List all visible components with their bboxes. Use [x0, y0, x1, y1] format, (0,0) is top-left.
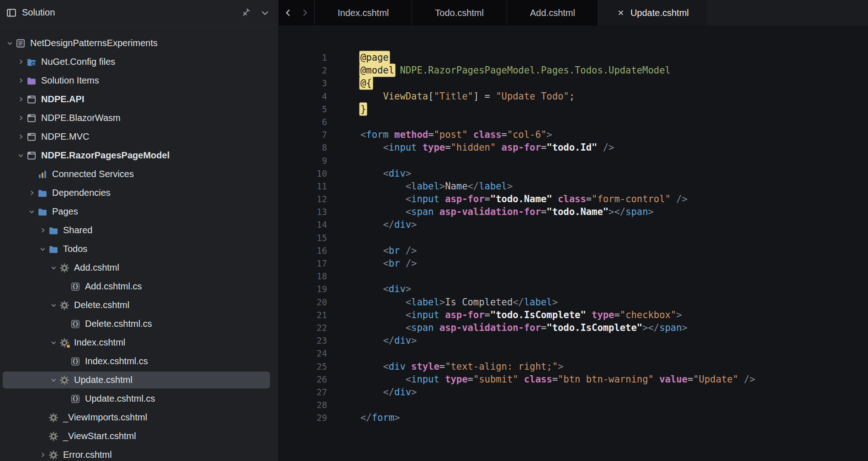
hide-tool-window-chevron-icon[interactable]	[260, 8, 270, 18]
token-p: >	[682, 322, 688, 333]
tree-item-netdesignpatternsexperiments[interactable]: NetDesignPatternsExperiments	[0, 34, 278, 52]
code-line-19[interactable]: 19 <div>	[279, 283, 868, 295]
token-d	[360, 206, 406, 217]
token-razor: @page	[360, 52, 389, 63]
token-p: <	[360, 129, 366, 140]
tab-close-icon[interactable]	[617, 9, 625, 17]
code-line-10[interactable]: 10 <div>	[279, 167, 868, 180]
tree-item-shared[interactable]: Shared	[0, 221, 278, 240]
tree-indent	[0, 99, 16, 100]
tree-item-ndpe-razorpagespagemodel[interactable]: NDPE.RazorPagesPageModel	[0, 146, 278, 165]
chevron-collapsed-icon[interactable]	[16, 57, 26, 67]
tree-item-add-cshtml[interactable]: Add.cshtml	[0, 258, 278, 277]
tree-item-index-cshtml-cs[interactable]: {}Index.cshtml.cs	[0, 352, 278, 371]
chevron-expanded-icon[interactable]	[48, 375, 58, 385]
chevron-collapsed-icon[interactable]	[16, 76, 26, 86]
tree-item-error-cshtml[interactable]: Error.cshtml	[0, 445, 278, 461]
token-razor: }	[360, 104, 366, 115]
chevron-collapsed-icon[interactable]	[16, 94, 26, 105]
code-line-3[interactable]: 3@{	[279, 77, 868, 89]
code-line-8[interactable]: 8 <input type="hidden" asp-for="todo.Id"…	[279, 141, 868, 154]
chevron-expanded-icon[interactable]	[37, 244, 48, 254]
code-line-20[interactable]: 20 <label>Is Completed</label>	[279, 296, 868, 309]
code-text: <span asp-validation-for="todo.IsComplet…	[360, 321, 688, 334]
chevron-expanded-icon[interactable]	[48, 300, 58, 310]
code-line-2[interactable]: 2@model NDPE.RazorPagesPageModel.Pages.T…	[279, 64, 868, 77]
tree-item-label: Add.cshtml	[74, 262, 119, 273]
code-line-23[interactable]: 23 </div>	[279, 334, 868, 347]
tree-item-viewimports-cshtml[interactable]: _ViewImports.cshtml	[0, 408, 278, 427]
chevron-expanded-icon[interactable]	[48, 338, 58, 348]
tree-item-ndpe-api[interactable]: NDPE.API	[0, 90, 278, 109]
solution-tree: NetDesignPatternsExperimentsNuGet.Config…	[0, 26, 278, 461]
code-line-11[interactable]: 11 <label>Name</label>	[279, 180, 868, 193]
code-line-13[interactable]: 13 <span asp-validation-for="todo.Name">…	[279, 205, 868, 218]
code-line-29[interactable]: 29</form>	[279, 411, 868, 424]
razor-icon	[59, 263, 69, 273]
code-line-6[interactable]: 6	[279, 115, 868, 128]
chevron-collapsed-icon[interactable]	[37, 225, 48, 236]
chevron-collapsed-icon[interactable]	[16, 132, 26, 142]
code-text: <div style="text-align: right;">	[360, 360, 563, 373]
nav-back-icon[interactable]	[284, 8, 293, 17]
tree-item-solution-items[interactable]: Solution Items	[0, 71, 278, 90]
chevron-expanded-icon[interactable]	[48, 263, 58, 273]
code-line-22[interactable]: 22 <span asp-validation-for="todo.IsComp…	[279, 321, 868, 334]
code-line-16[interactable]: 16 <br />	[279, 244, 868, 257]
tab-add-cshtml[interactable]: Add.cshtml	[507, 0, 598, 26]
code-line-15[interactable]: 15	[279, 231, 868, 244]
code-line-4[interactable]: 4 ViewData["Title"] = "Update Todo";	[279, 90, 868, 103]
token-tag: div	[394, 219, 411, 230]
tree-item-ndpe-mvc[interactable]: NDPE.MVC	[0, 127, 278, 146]
chevron-collapsed-icon[interactable]	[16, 113, 26, 123]
code-line-27[interactable]: 27 </div>	[279, 386, 868, 398]
code-line-18[interactable]: 18	[279, 270, 868, 283]
tree-item-label: _ViewStart.cshtml	[63, 431, 136, 441]
code-line-1[interactable]: 1@page	[279, 51, 868, 64]
tree-item-dependencies[interactable]: Dependencies	[0, 183, 278, 202]
token-tag: input	[389, 142, 417, 153]
tree-item-nuget-config-files[interactable]: NuGet.Config files	[0, 52, 278, 71]
code-line-5[interactable]: 5}	[279, 103, 868, 115]
code-line-17[interactable]: 17 <br />	[279, 257, 868, 270]
token-p: >	[406, 283, 411, 294]
tree-item-delete-cshtml-cs[interactable]: {}Delete.cshtml.cs	[0, 314, 278, 333]
tree-item-update-cshtml-cs[interactable]: {}Update.cshtml.cs	[0, 389, 278, 408]
token-d	[360, 181, 406, 192]
tree-item-todos[interactable]: Todos	[0, 240, 278, 258]
tree-item-connected-services[interactable]: Connected Services	[0, 165, 278, 183]
code-line-24[interactable]: 24	[279, 347, 868, 360]
code-line-9[interactable]: 9	[279, 154, 868, 167]
tree-item-index-cshtml[interactable]: Index.cshtml	[0, 333, 278, 352]
chevron-collapsed-icon[interactable]	[26, 188, 37, 198]
tool-window-icon	[6, 8, 16, 18]
tree-item-add-cshtml-cs[interactable]: {}Add.cshtml.cs	[0, 277, 278, 296]
code-line-28[interactable]: 28	[279, 398, 868, 411]
tree-item-pages[interactable]: Pages	[0, 202, 278, 221]
token-razor: @model	[360, 65, 394, 76]
tab-update-cshtml[interactable]: Update.cshtml	[598, 0, 707, 26]
code-line-26[interactable]: 26 <input type="submit" class="btn btn-w…	[279, 373, 868, 386]
chevron-expanded-icon[interactable]	[16, 151, 26, 161]
code-line-7[interactable]: 7<form method="post" class="col-6">	[279, 128, 868, 141]
code-line-14[interactable]: 14 </div>	[279, 218, 868, 231]
tree-item-label: Index.cshtml	[74, 337, 125, 348]
code-line-12[interactable]: 12 <input asp-for="todo.Name" class="for…	[279, 193, 868, 205]
code-editor[interactable]: 1@page2@model NDPE.RazorPagesPageModel.P…	[279, 26, 868, 461]
chevron-expanded-icon[interactable]	[5, 38, 15, 48]
tab-todo-cshtml[interactable]: Todo.cshtml	[412, 0, 507, 26]
pin-icon[interactable]	[241, 8, 251, 18]
nav-forward-icon[interactable]	[300, 8, 309, 17]
tree-indent	[0, 398, 59, 399]
chevron-expanded-icon[interactable]	[26, 207, 37, 217]
code-line-21[interactable]: 21 <input asp-for="todo.IsComplete" type…	[279, 309, 868, 321]
token-attr: class	[473, 129, 502, 140]
tree-item-ndpe-blazorwasm[interactable]: NDPE.BlazorWasm	[0, 109, 278, 127]
line-number: 14	[279, 218, 327, 231]
tree-item-update-cshtml[interactable]: Update.cshtml	[0, 371, 278, 389]
code-line-25[interactable]: 25 <div style="text-align: right;">	[279, 360, 868, 373]
tab-index-cshtml[interactable]: Index.cshtml	[314, 0, 412, 26]
tree-item-delete-cshtml[interactable]: Delete.cshtml	[0, 296, 278, 314]
chevron-collapsed-icon[interactable]	[37, 450, 48, 460]
tree-item-viewstart-cshtml[interactable]: _ViewStart.cshtml	[0, 427, 278, 445]
